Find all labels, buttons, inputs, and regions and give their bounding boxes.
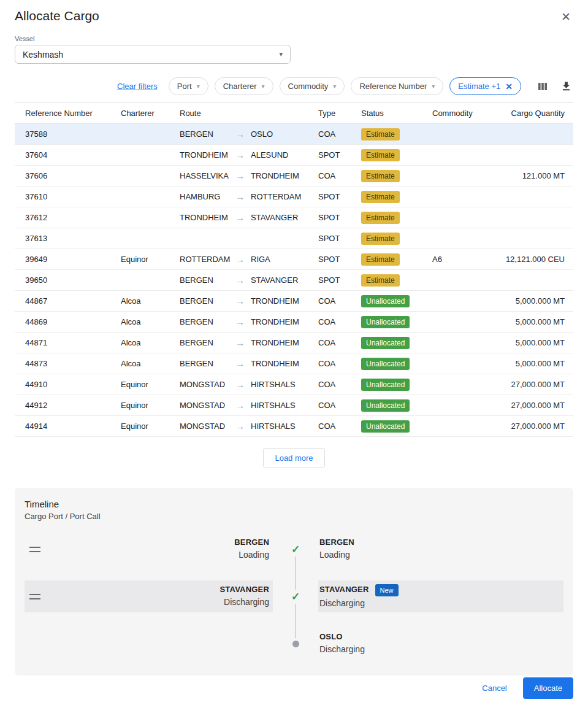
dialog-header: Allocate Cargo ✕: [15, 9, 573, 25]
cell-status: Estimate: [361, 170, 432, 182]
arrow-right-icon: →: [235, 254, 251, 264]
table-row[interactable]: 44914EquinorMONGSTAD→HIRTSHALSCOAUnalloc…: [15, 416, 573, 437]
cell-type: COA: [318, 317, 361, 326]
cell-type: COA: [318, 359, 361, 368]
drag-handle-icon[interactable]: [29, 594, 40, 599]
filter-chip-label: Charterer: [223, 82, 257, 91]
port-action: Discharging: [319, 598, 399, 609]
cell-cargo-quantity: 5,000.000 MT: [503, 296, 565, 306]
new-badge: New: [375, 584, 399, 596]
status-badge: Unallocated: [361, 399, 410, 412]
cell-status: Unallocated: [361, 316, 432, 328]
table-row[interactable]: 39649EquinorROTTERDAM→RIGASPOTEstimateA6…: [15, 249, 573, 270]
cell-reference-number: 44871: [25, 338, 121, 347]
col-reference-number: Reference Number: [25, 109, 121, 118]
table-row[interactable]: 44912EquinorMONGSTAD→HIRTSHALSCOAUnalloc…: [15, 395, 573, 416]
port-name: STAVANGER: [319, 585, 369, 595]
chevron-down-icon: ▾: [432, 83, 435, 90]
timeline-panel: Timeline Cargo Port / Port Call BERGENLo…: [15, 488, 573, 676]
col-route: Route: [180, 109, 318, 118]
allocate-button[interactable]: Allocate: [523, 677, 573, 699]
download-icon[interactable]: [559, 79, 573, 93]
cancel-button[interactable]: Cancel: [482, 684, 506, 693]
table-row[interactable]: 44871AlcoaBERGEN→TRONDHEIMCOAUnallocated…: [15, 333, 573, 353]
arrow-right-icon: →: [235, 212, 251, 223]
table-row[interactable]: 37610HAMBURG→ROTTERDAMSPOTEstimate: [15, 187, 573, 207]
filter-chip-commodity[interactable]: Commodity▾: [280, 77, 345, 95]
chevron-down-icon: ▾: [333, 83, 336, 90]
table-row[interactable]: 39650BERGEN→STAVANGERSPOTEstimate: [15, 270, 573, 291]
port-action: Discharging: [319, 644, 365, 655]
route-origin: TRONDHEIM: [180, 213, 235, 222]
cell-charterer: Alcoa: [121, 296, 180, 306]
filter-chip-charterer[interactable]: Charterer▾: [215, 77, 273, 95]
route-origin: MONGSTAD: [180, 422, 235, 431]
cell-route: HASSELVIKA→TRONDHEIM: [180, 171, 318, 181]
cell-type: COA: [318, 401, 361, 410]
table-row[interactable]: 37606HASSELVIKA→TRONDHEIMCOAEstimate121.…: [15, 166, 573, 187]
filter-chip-estimate-1[interactable]: Estimate +1✕: [449, 77, 521, 95]
close-icon[interactable]: ✕: [559, 9, 573, 25]
cell-status: Estimate: [361, 128, 432, 141]
cargo-table: Reference Number Charterer Route Type St…: [15, 102, 573, 437]
cell-route: MONGSTAD→HIRTSHALS: [180, 379, 318, 390]
cell-cargo-quantity: 5,000.000 MT: [503, 359, 565, 368]
status-badge: Unallocated: [361, 316, 410, 328]
table-row[interactable]: 37604TRONDHEIM→ALESUNDSPOTEstimate: [15, 145, 573, 166]
filter-chip-port[interactable]: Port▾: [169, 77, 208, 95]
close-icon[interactable]: ✕: [505, 82, 513, 91]
cell-charterer: Equinor: [121, 255, 180, 264]
vessel-select[interactable]: Keshmash ▾: [15, 45, 291, 64]
route-destination: TRONDHEIM: [251, 338, 299, 347]
col-type: Type: [318, 109, 361, 118]
route-destination: TRONDHEIM: [251, 317, 299, 326]
arrow-right-icon: →: [235, 337, 251, 348]
timeline-cargo-port[interactable]: STAVANGERDischarging: [25, 580, 273, 612]
table-row[interactable]: 37613SPOTEstimate: [15, 228, 573, 249]
table-row[interactable]: 44867AlcoaBERGEN→TRONDHEIMCOAUnallocated…: [15, 291, 573, 312]
timeline-marker: ✓: [273, 533, 318, 565]
route-destination: RIGA: [251, 255, 270, 264]
table-row[interactable]: 37588BERGEN→OSLOCOAEstimate: [15, 124, 573, 145]
cell-type: SPOT: [318, 192, 361, 201]
cell-route: BERGEN→TRONDHEIM: [180, 317, 318, 327]
cell-cargo-quantity: 27,000.000 MT: [503, 380, 565, 389]
cell-cargo-quantity: 27,000.000 MT: [503, 401, 565, 410]
timeline-port-call: OSLODischarging: [318, 628, 563, 660]
port-action: Loading: [319, 549, 354, 560]
route-destination: HIRTSHALS: [251, 422, 296, 431]
cell-type: SPOT: [318, 255, 361, 264]
route-destination: TRONDHEIM: [251, 359, 299, 368]
arrow-right-icon: →: [235, 400, 251, 410]
table-row[interactable]: 37612TRONDHEIM→STAVANGERSPOTEstimate: [15, 207, 573, 228]
dialog-footer: Cancel Allocate: [482, 677, 573, 699]
cell-route: BERGEN→TRONDHEIM: [180, 296, 318, 306]
table-header: Reference Number Charterer Route Type St…: [15, 103, 573, 124]
timeline-cargo-port[interactable]: BERGENLoading: [25, 533, 273, 565]
arrow-right-icon: →: [235, 171, 251, 181]
table-row[interactable]: 44869AlcoaBERGEN→TRONDHEIMCOAUnallocated…: [15, 312, 573, 333]
cell-cargo-quantity: 27,000.000 MT: [503, 422, 565, 431]
table-row[interactable]: 44910EquinorMONGSTAD→HIRTSHALSCOAUnalloc…: [15, 374, 573, 395]
cell-status: Estimate: [361, 149, 432, 161]
timeline-rows: BERGENLoading✓BERGENLoadingSTAVANGERDisc…: [25, 533, 563, 660]
arrow-right-icon: →: [235, 379, 251, 390]
cell-charterer: Equinor: [121, 380, 180, 389]
route-origin: BERGEN: [180, 275, 235, 285]
status-badge: Estimate: [361, 212, 400, 224]
cell-status: Unallocated: [361, 358, 432, 370]
columns-icon[interactable]: [536, 80, 549, 93]
cell-route: MONGSTAD→HIRTSHALS: [180, 400, 318, 410]
filter-chip-reference-number[interactable]: Reference Number▾: [351, 77, 443, 95]
status-badge: Unallocated: [361, 337, 410, 349]
drag-handle-icon[interactable]: [29, 547, 40, 552]
route-origin: BERGEN: [180, 317, 235, 326]
route-destination: STAVANGER: [251, 275, 298, 285]
table-row[interactable]: 44873AlcoaBERGEN→TRONDHEIMCOAUnallocated…: [15, 353, 573, 374]
status-badge: Estimate: [361, 253, 400, 266]
load-more-button[interactable]: Load more: [263, 448, 324, 468]
status-badge: Unallocated: [361, 420, 410, 433]
route-destination: HIRTSHALS: [251, 380, 296, 389]
clear-filters-link[interactable]: Clear filters: [117, 82, 158, 91]
arrow-right-icon: →: [235, 275, 251, 285]
